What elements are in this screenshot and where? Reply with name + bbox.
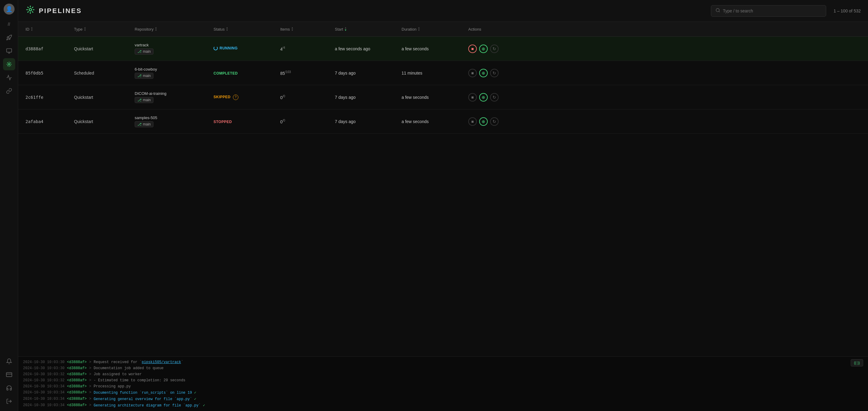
pipeline-start: 7 days ago	[332, 116, 399, 128]
pipeline-actions: ■ ⊕ ↻	[466, 41, 863, 57]
pipeline-actions: ■ ⊕ ↻	[466, 114, 863, 129]
log-pipeline-id: <d3888af>	[67, 360, 87, 364]
page-title: PIPELINES	[39, 7, 82, 15]
pipeline-items: 85/103	[278, 67, 332, 80]
avatar[interactable]: 👤	[4, 4, 14, 14]
restart-button[interactable]: ↻	[490, 93, 499, 101]
pipeline-items: 4/4	[278, 42, 332, 55]
pipeline-type: Scheduled	[71, 67, 132, 79]
log-timestamp: 2024-10-30 10:03:30	[23, 360, 65, 364]
svg-point-5	[29, 8, 32, 11]
sidebar-item-pipelines[interactable]	[3, 58, 15, 70]
search-icon	[715, 8, 720, 14]
svg-point-6	[716, 8, 719, 12]
column-header-type[interactable]: Type ▲▼	[71, 22, 132, 36]
branch-icon: ⎇	[137, 74, 142, 78]
skipped-help-icon[interactable]: ?	[233, 95, 238, 100]
pipeline-status: RUNNING	[211, 42, 278, 55]
log-panel: ((·)) 2024-10-30 10:03:30 <d3888af> > Re…	[18, 356, 868, 411]
log-line: 2024-10-30 10:03:34 <d3888af> > Generati…	[23, 402, 863, 409]
pipeline-type: Quickstart	[71, 43, 132, 55]
table-row[interactable]: 85f0db5 Scheduled 6-bit-cowboy ⎇ main CO…	[18, 61, 868, 85]
column-header-repository[interactable]: Repository ▲▼	[132, 22, 211, 36]
pipeline-actions: ■ ⊕ ↻	[466, 89, 863, 105]
pipeline-type: Quickstart	[71, 91, 132, 103]
pipelines-table: ID ▲▼ Type ▲▼ Repository ▲▼ Status ▲▼ It…	[18, 22, 868, 356]
sidebar-item-logout[interactable]	[3, 395, 15, 407]
stop-button[interactable]: ■	[468, 117, 477, 126]
zoom-button[interactable]: ⊕	[479, 44, 488, 53]
sidebar-item-home[interactable]: //	[3, 18, 15, 30]
sidebar-item-billing[interactable]	[3, 369, 15, 381]
svg-rect-0	[6, 49, 11, 53]
log-line: 2024-10-30 10:03:30 <d3888af> > Document…	[23, 365, 863, 371]
zoom-button[interactable]: ⊕	[479, 93, 488, 101]
log-line: 2024-10-30 10:03:34 <d3888af> > Document…	[23, 389, 863, 396]
sidebar-item-analytics[interactable]	[3, 71, 15, 84]
zoom-button[interactable]: ⊕	[479, 69, 488, 77]
table-header-row: ID ▲▼ Type ▲▼ Repository ▲▼ Status ▲▼ It…	[18, 22, 868, 37]
column-header-id[interactable]: ID ▲▼	[23, 22, 71, 36]
table-row[interactable]: 2c61ffe Quickstart DICOM-ai-training ⎇ m…	[18, 85, 868, 109]
sidebar-item-deployments[interactable]	[3, 32, 15, 44]
pipeline-repo: samples-505 ⎇ main	[132, 112, 211, 131]
log-line: 2024-10-30 10:03:32 <d3888af> > - Estima…	[23, 377, 863, 383]
sidebar-item-notifications[interactable]	[3, 355, 15, 367]
log-message: Request received for `pipski505/vartrack…	[94, 360, 183, 364]
svg-rect-2	[6, 373, 11, 376]
pipeline-duration: a few seconds	[399, 43, 466, 55]
restart-button[interactable]: ↻	[490, 69, 499, 77]
branch-icon: ⎇	[137, 50, 142, 54]
search-input[interactable]	[723, 8, 822, 13]
column-header-status[interactable]: Status ▲▼	[211, 22, 278, 36]
pipeline-duration: a few seconds	[399, 116, 466, 128]
log-line: 2024-10-30 10:03:30 <d3888af> > Request …	[23, 359, 863, 365]
pipeline-status: SKIPPED ?	[211, 91, 278, 104]
pipeline-id: d3888af	[23, 43, 71, 55]
sidebar-item-support[interactable]	[3, 382, 15, 394]
log-link[interactable]: pipski505/vartrack	[142, 360, 181, 364]
table-row[interactable]: d3888af Quickstart vartrack ⎇ main RUNNI…	[18, 37, 868, 61]
spinner-icon	[214, 46, 218, 50]
pipeline-actions: ■ ⊕ ↻	[466, 65, 863, 81]
sidebar: 👤 //	[0, 0, 18, 411]
pipeline-type: Quickstart	[71, 116, 132, 128]
pipeline-repo: 6-bit-cowboy ⎇ main	[132, 63, 211, 83]
stop-button[interactable]: ■	[468, 69, 477, 77]
restart-button[interactable]: ↻	[490, 44, 499, 53]
pipeline-items: 0/0	[278, 115, 332, 128]
pipeline-duration: a few seconds	[399, 91, 466, 103]
pagination-info: 1 – 100 of 532	[833, 8, 861, 13]
pipeline-id: 2afaba4	[23, 116, 71, 128]
pipeline-start: a few seconds ago	[332, 43, 399, 55]
stop-button[interactable]: ■	[468, 93, 477, 101]
pipeline-status: STOPPED	[211, 116, 278, 128]
log-line: 2024-10-30 10:03:34 <d3888af> > Processi…	[23, 383, 863, 389]
restart-button[interactable]: ↻	[490, 117, 499, 126]
column-header-start[interactable]: Start ▲▼	[332, 22, 399, 36]
column-header-items[interactable]: Items ▲▼	[278, 22, 332, 36]
pipeline-items: 0/0	[278, 91, 332, 104]
table-row[interactable]: 2afaba4 Quickstart samples-505 ⎇ main ST…	[18, 109, 868, 134]
sidebar-item-integrations[interactable]	[3, 85, 15, 97]
pipeline-repo: vartrack ⎇ main	[132, 39, 211, 58]
zoom-button[interactable]: ⊕	[479, 117, 488, 126]
page-header: PIPELINES 1 – 100 of 532	[18, 0, 868, 22]
log-line: 2024-10-30 10:03:34 <d3888af> > Generati…	[23, 396, 863, 402]
svg-point-1	[8, 64, 10, 65]
stream-button[interactable]: ((·))	[851, 359, 863, 367]
pipelines-icon	[26, 5, 35, 17]
stop-button[interactable]: ■	[468, 44, 477, 53]
branch-icon: ⎇	[137, 122, 142, 126]
column-header-duration[interactable]: Duration ▲▼	[399, 22, 466, 36]
main-content: PIPELINES 1 – 100 of 532 ID ▲▼ Type ▲▼ R…	[18, 0, 868, 411]
pipeline-id: 85f0db5	[23, 67, 71, 79]
search-container	[711, 5, 826, 17]
log-line: 2024-10-30 10:03:32 <d3888af> > Job assi…	[23, 371, 863, 377]
column-header-actions: Actions	[466, 22, 863, 36]
pipeline-id: 2c61ffe	[23, 91, 71, 103]
pipeline-status: COMPLETED	[211, 67, 278, 79]
pipeline-start: 7 days ago	[332, 67, 399, 79]
branch-icon: ⎇	[137, 98, 142, 102]
sidebar-item-monitor[interactable]	[3, 45, 15, 57]
